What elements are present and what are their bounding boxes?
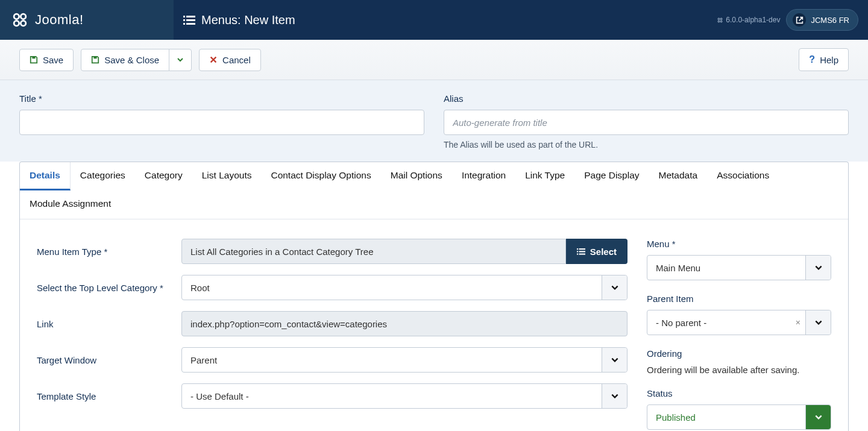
menu-select[interactable]: Main Menu <box>647 255 831 280</box>
chevron-down-icon <box>602 384 627 408</box>
svg-rect-19 <box>579 251 585 252</box>
save-close-button[interactable]: Save & Close <box>81 49 169 71</box>
menu-item-type-value: List All Categories in a Contact Categor… <box>181 239 566 264</box>
chevron-down-icon <box>177 56 184 63</box>
status-label: Status <box>647 388 831 398</box>
parent-item-label: Parent Item <box>647 294 831 304</box>
svg-rect-5 <box>186 16 195 17</box>
joomla-logo-icon <box>11 11 29 29</box>
list-icon <box>183 14 195 26</box>
tabs: DetailsCategoriesCategoryList LayoutsCon… <box>20 162 848 219</box>
link-label: Link <box>37 319 181 329</box>
ordering-text: Ordering will be available after saving. <box>647 365 831 375</box>
template-style-select[interactable]: - Use Default - <box>181 383 627 409</box>
link-value: index.php?option=com_contact&view=catego… <box>181 311 627 336</box>
tab-module-assignment[interactable]: Module Assignment <box>20 190 121 219</box>
svg-rect-6 <box>183 19 185 21</box>
top-bar: Joomla! Menus: New Item 6.0.0-alpha1-dev… <box>0 0 868 40</box>
alias-label: Alias <box>444 93 849 104</box>
tab-contact-display-options[interactable]: Contact Display Options <box>261 162 380 190</box>
svg-point-2 <box>14 20 19 25</box>
ordering-label: Ordering <box>647 348 831 359</box>
tab-list-layouts[interactable]: List Layouts <box>192 162 262 190</box>
version-text: 6.0.0-alpha1-dev <box>717 16 780 24</box>
svg-rect-21 <box>579 254 585 255</box>
brand-text: Joomla! <box>35 12 84 28</box>
list-icon <box>577 247 585 256</box>
target-window-label: Target Window <box>37 355 181 365</box>
svg-rect-15 <box>94 57 97 59</box>
svg-point-13 <box>721 20 723 22</box>
svg-rect-7 <box>186 19 195 21</box>
svg-point-0 <box>14 14 19 19</box>
alias-help: The Alias will be used as part of the UR… <box>444 140 849 149</box>
save-icon <box>91 55 99 64</box>
title-label: Title * <box>19 93 424 104</box>
chevron-down-icon <box>805 256 831 280</box>
svg-point-1 <box>20 14 25 19</box>
chevron-down-icon <box>602 275 627 300</box>
menu-item-type-label: Menu Item Type * <box>37 247 181 257</box>
alias-input[interactable] <box>444 110 849 135</box>
parent-item-select[interactable]: - No parent - × <box>647 310 831 335</box>
tab-details[interactable]: Details <box>20 162 71 190</box>
svg-rect-14 <box>32 57 35 59</box>
chevron-down-icon <box>602 348 627 372</box>
tab-integration[interactable]: Integration <box>452 162 515 190</box>
help-button[interactable]: ? Help <box>799 48 849 71</box>
target-window-select[interactable]: Parent <box>181 347 627 373</box>
save-button[interactable]: Save <box>19 49 74 71</box>
tab-mail-options[interactable]: Mail Options <box>381 162 452 190</box>
top-level-category-select[interactable]: Root <box>181 275 627 300</box>
svg-rect-8 <box>183 23 185 25</box>
tab-associations[interactable]: Associations <box>707 162 779 190</box>
svg-rect-17 <box>579 248 585 250</box>
header-title: Menus: New Item 6.0.0-alpha1-dev JCMS6 F… <box>174 0 868 40</box>
save-icon <box>30 55 38 64</box>
template-style-label: Template Style <box>37 391 181 401</box>
external-link-icon <box>793 13 806 27</box>
svg-point-10 <box>718 18 720 20</box>
svg-rect-16 <box>577 248 578 250</box>
svg-point-3 <box>20 20 25 25</box>
brand[interactable]: Joomla! <box>0 11 174 29</box>
save-close-dropdown[interactable] <box>169 49 192 71</box>
open-site-button[interactable]: JCMS6 FR <box>786 9 858 31</box>
cancel-button[interactable]: Cancel <box>199 49 261 71</box>
title-input[interactable] <box>19 110 424 135</box>
svg-rect-18 <box>577 251 578 252</box>
svg-rect-20 <box>577 254 578 255</box>
details-panel: Menu Item Type * List All Categories in … <box>20 219 848 431</box>
svg-rect-4 <box>183 16 185 17</box>
chevron-down-icon <box>805 405 831 429</box>
select-type-button[interactable]: Select <box>566 239 627 264</box>
close-icon <box>209 55 218 64</box>
form-head: Title * Alias The Alias will be used as … <box>0 80 868 162</box>
tab-categories[interactable]: Categories <box>71 162 135 190</box>
chevron-down-icon <box>805 310 831 335</box>
clear-icon[interactable]: × <box>796 318 800 327</box>
toolbar: Save Save & Close Cancel ? Help <box>0 40 868 80</box>
question-icon: ? <box>809 54 815 65</box>
site-button-label: JCMS6 FR <box>811 16 849 25</box>
save-close-group: Save & Close <box>81 49 192 71</box>
svg-point-11 <box>721 18 723 20</box>
tabs-container: DetailsCategoriesCategoryList LayoutsCon… <box>19 162 849 431</box>
tab-metadata[interactable]: Metadata <box>649 162 708 190</box>
svg-rect-9 <box>186 23 195 25</box>
tab-link-type[interactable]: Link Type <box>515 162 574 190</box>
tab-category[interactable]: Category <box>135 162 192 190</box>
tab-page-display[interactable]: Page Display <box>574 162 649 190</box>
status-select[interactable]: Published <box>647 404 831 430</box>
page-title: Menus: New Item <box>201 13 295 27</box>
top-level-category-label: Select the Top Level Category * <box>37 283 181 293</box>
menu-label: Menu * <box>647 239 831 249</box>
svg-point-12 <box>718 20 720 22</box>
